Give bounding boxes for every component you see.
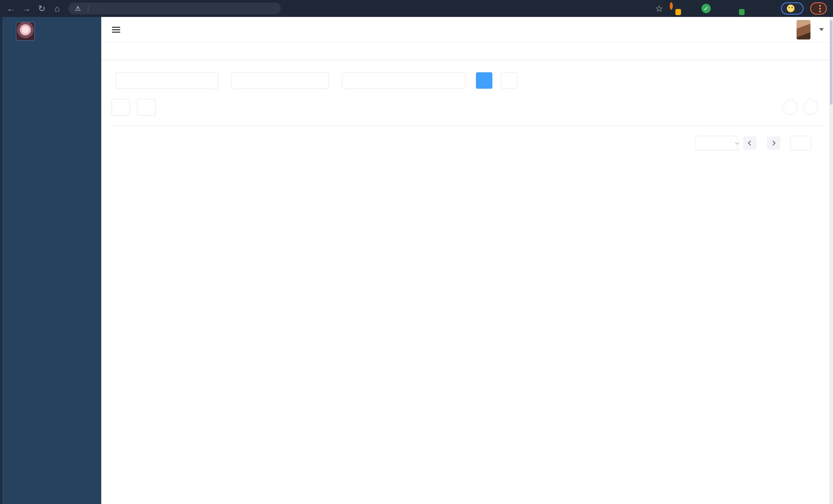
start-date-input[interactable] [351,76,389,85]
table-name-input[interactable] [116,72,218,89]
date-range-picker[interactable] [342,72,465,89]
avatar[interactable] [796,20,810,40]
app-logo [16,22,35,41]
search-button[interactable] [476,72,492,89]
update-button[interactable] [810,2,827,15]
home-icon[interactable]: ⌂ [50,2,64,16]
security-warning-icon: ⚠ [75,5,81,13]
extension-green-icon[interactable] [749,4,758,13]
goto-page-input[interactable] [790,136,811,150]
import-db-button[interactable] [112,99,130,115]
extension-check-icon[interactable]: ✓ [701,4,711,13]
toggle-search-button[interactable] [783,100,798,115]
bookmark-star-icon[interactable]: ☆ [656,3,663,14]
search-form [112,72,823,89]
search-icon[interactable] [716,25,725,34]
menu-dots-icon [819,8,821,9]
help-icon[interactable] [752,25,761,34]
navbar-actions [716,20,824,40]
next-page-button[interactable] [767,136,780,150]
fullscreen-icon[interactable] [770,25,779,34]
paused-badge[interactable] [781,2,804,15]
end-date-input[interactable] [396,76,435,85]
extension-gem-icon[interactable] [686,4,695,13]
codegen-table [112,125,823,126]
chevron-down-icon [735,141,739,145]
forward-icon[interactable]: → [20,2,33,16]
page-scrollbar[interactable] [829,17,833,504]
page-size-select[interactable] [695,136,738,150]
table-desc-input[interactable] [232,72,329,89]
extension-orange-icon[interactable] [670,4,679,13]
import-sql-button[interactable] [137,99,156,115]
reload-icon[interactable]: ↻ [35,2,49,16]
browser-actions: ☆ ✓ [656,2,829,15]
pagination [112,136,823,158]
sidebar [0,17,101,504]
table-mini-tools [783,100,823,115]
top-navbar [101,17,833,43]
scrollbar-thumb[interactable] [830,20,832,104]
github-icon[interactable] [734,25,743,34]
app-brand[interactable] [0,17,101,46]
back-icon[interactable]: ← [4,2,18,16]
table-toolbar [112,99,823,115]
reset-button[interactable] [501,72,518,89]
prev-page-button[interactable] [743,136,757,150]
extensions-puzzle-icon[interactable] [765,4,774,13]
emoji-face-icon [787,5,794,12]
tags-view-bar [101,43,833,60]
table-header [112,125,823,126]
caret-down-icon[interactable] [819,28,824,31]
extension-grid-icon[interactable] [717,4,727,13]
address-bar[interactable]: ⚠ [68,3,281,14]
extension-dark-icon[interactable] [733,4,742,13]
hamburger-icon[interactable] [111,24,122,35]
sidebar-menu [0,46,101,48]
page-content [101,60,833,504]
browser-toolbar: ← → ↻ ⌂ ⚠ ☆ ✓ [0,0,833,17]
refresh-table-button[interactable] [803,100,818,115]
address-divider [88,5,89,12]
